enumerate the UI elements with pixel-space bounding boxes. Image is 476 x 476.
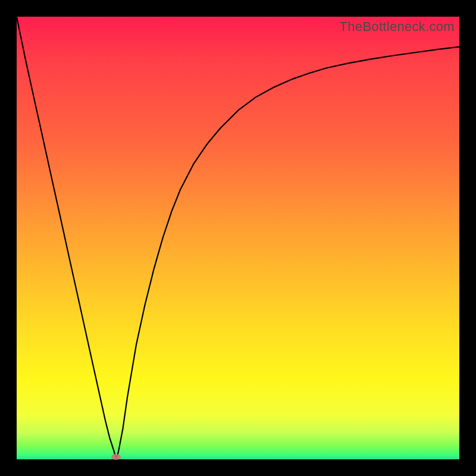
curve-svg [17,17,459,459]
curve-line [17,17,459,459]
min-point-marker [111,454,121,460]
chart-frame: TheBottleneck.com [0,0,476,476]
plot-area: TheBottleneck.com [17,17,459,459]
